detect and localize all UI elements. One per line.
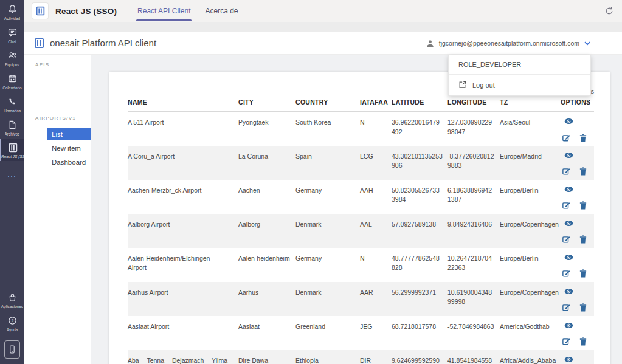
view-eye-icon[interactable] xyxy=(561,152,573,159)
edit-icon[interactable] xyxy=(562,134,570,142)
cell-longitude: 9.84924316406 xyxy=(447,214,500,248)
view-eye-icon[interactable] xyxy=(561,118,573,125)
trash-icon[interactable] xyxy=(579,235,587,244)
view-eye-icon[interactable] xyxy=(561,186,573,193)
edit-icon[interactable] xyxy=(562,269,570,278)
cell-options xyxy=(561,316,594,350)
user-role: ROLE_DEVELOPER xyxy=(449,55,590,75)
phone-icon xyxy=(7,97,18,107)
table-row: Aarhus Airport Aarhus Denmark AAR 56.299… xyxy=(128,282,594,316)
cell-tz: America/Godthab xyxy=(500,316,561,350)
table-row: A Coru_a Airport La Coruna Spain LCG 43.… xyxy=(128,146,594,180)
nav-item-new-item[interactable]: New item xyxy=(47,142,91,154)
cell-latitude: 36.96220016479492 xyxy=(392,112,447,146)
column-header-tz: TZ xyxy=(500,98,561,112)
file-icon xyxy=(7,120,18,130)
nav-item-dashboard[interactable]: Dashboard xyxy=(47,156,91,168)
logout-menu-item[interactable]: Log out xyxy=(449,75,590,95)
rail-item-label: Actividad xyxy=(4,16,20,21)
people-icon xyxy=(7,50,18,61)
cell-latitude: 48.77777862548828 xyxy=(392,248,447,282)
teams-top-bar: React JS (SSO) React API Client Acerca d… xyxy=(24,0,622,22)
rail-item-calls[interactable]: Llamadas xyxy=(0,92,24,115)
nav-item-list[interactable]: List xyxy=(47,128,91,140)
rail-item-help[interactable]: ? Ayuda xyxy=(0,311,24,334)
column-header-country: COUNTRY xyxy=(295,98,360,112)
cell-country: Germany xyxy=(295,248,360,282)
edit-icon[interactable] xyxy=(562,167,570,176)
cell-latitude: 50.823055267333984 xyxy=(392,180,447,214)
cell-longitude: 10.619000434899998 xyxy=(447,282,500,316)
cell-name: A 511 Airport xyxy=(128,112,238,146)
refresh-icon[interactable] xyxy=(604,6,614,16)
onesait-app-icon xyxy=(9,143,17,152)
view-eye-icon[interactable] xyxy=(561,322,573,329)
onesait-logo-icon xyxy=(35,38,44,48)
rail-item-label: Equipos xyxy=(5,63,19,67)
tab-react-api-client[interactable]: React API Client xyxy=(130,0,198,22)
cell-city: Pyongtaek xyxy=(238,112,295,146)
rail-item-chat[interactable]: Chat xyxy=(0,23,24,46)
api-list-item[interactable] xyxy=(24,89,91,95)
cell-city: Dire Dawa xyxy=(238,350,295,364)
trash-icon[interactable] xyxy=(579,201,587,210)
cell-name: Aasiaat Airport xyxy=(128,316,238,350)
trash-icon[interactable] xyxy=(579,134,587,142)
onesait-logo-icon xyxy=(36,7,44,15)
rail-item-activity[interactable]: Actividad xyxy=(0,0,24,23)
person-icon xyxy=(426,39,434,47)
table-row: Aasiaat Airport Aasiaat Greenland JEG 68… xyxy=(128,316,594,350)
api-list-item[interactable] xyxy=(24,95,91,101)
api-list-item[interactable] xyxy=(24,83,91,89)
rail-item-label: Chat xyxy=(8,39,16,44)
cell-tz: Asia/Seoul xyxy=(500,112,561,146)
logout-icon xyxy=(458,81,466,89)
cell-name: Aalborg Airport xyxy=(128,214,238,248)
rail-item-files[interactable]: Archivos xyxy=(0,115,24,139)
cell-options xyxy=(561,282,594,316)
cell-options xyxy=(561,214,594,248)
trash-icon[interactable] xyxy=(579,337,587,346)
cell-longitude: 10.264721870422363 xyxy=(447,248,500,282)
cell-options xyxy=(561,350,594,364)
view-eye-icon[interactable] xyxy=(561,254,573,261)
cell-country: Denmark xyxy=(295,214,360,248)
user-menu-button[interactable]: fjgcornejo@ppeeonesaitplatform.onmicroso… xyxy=(426,32,590,55)
chat-icon xyxy=(7,27,18,38)
api-list-item[interactable] xyxy=(24,77,91,83)
cell-options xyxy=(561,248,594,282)
view-eye-icon[interactable] xyxy=(561,356,573,363)
cell-options xyxy=(561,180,594,214)
edit-icon[interactable] xyxy=(562,201,570,210)
mobile-app-button[interactable] xyxy=(4,340,20,359)
view-eye-icon[interactable] xyxy=(561,220,573,227)
rail-item-label: Ayuda xyxy=(7,328,18,332)
cell-iatafaa: LCG xyxy=(360,146,392,180)
view-eye-icon[interactable] xyxy=(561,288,573,295)
trash-icon[interactable] xyxy=(579,303,587,312)
selected-api-label: AIRPORTS/V1 xyxy=(24,108,91,125)
cell-latitude: 9.624699592590333 xyxy=(392,350,447,364)
api-sidebar: APIS AIRPORTS/V1 List New item Dashboard xyxy=(24,55,91,364)
tab-acerca-de[interactable]: Acerca de xyxy=(198,0,245,22)
api-list-item[interactable] xyxy=(24,71,91,77)
edit-icon[interactable] xyxy=(562,303,570,312)
column-header-latitude: LATITUDE xyxy=(392,98,447,112)
cell-latitude: 56.2999992371 xyxy=(392,282,447,316)
rail-item-teams[interactable]: Equipos xyxy=(0,46,24,69)
rail-item-react-js-app[interactable]: React JS (SS... xyxy=(0,139,24,161)
more-apps-ellipsis-icon[interactable]: ... xyxy=(7,161,16,188)
rail-item-apps[interactable]: Aplicaciones xyxy=(0,288,24,311)
edit-icon[interactable] xyxy=(562,235,570,244)
cell-longitude: 127.03099822998047 xyxy=(447,112,500,146)
edit-icon[interactable] xyxy=(562,337,570,346)
trash-icon[interactable] xyxy=(579,269,587,278)
logout-label: Log out xyxy=(472,81,495,89)
cell-options xyxy=(561,146,594,180)
rail-item-calendar[interactable]: Calendario xyxy=(0,69,24,92)
trash-icon[interactable] xyxy=(579,167,587,176)
user-email: fjgcornejo@ppeeonesaitplatform.onmicroso… xyxy=(439,39,579,47)
cell-iatafaa: AAH xyxy=(360,180,392,214)
column-header-longitude: LONGITUDE xyxy=(447,98,500,112)
cell-name: Aarhus Airport xyxy=(128,282,238,316)
